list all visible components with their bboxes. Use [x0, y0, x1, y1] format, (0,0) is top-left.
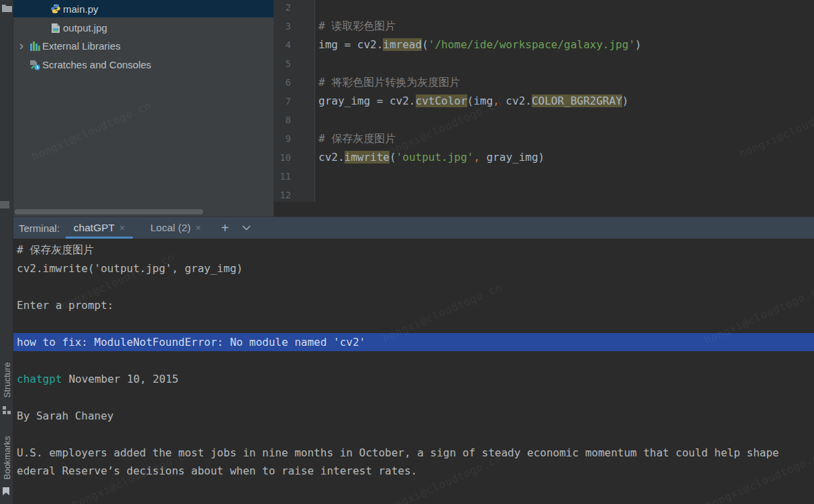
terminal-line	[13, 314, 814, 333]
line-number: 9	[274, 129, 291, 148]
tab-local-2[interactable]: Local (2) ×	[142, 217, 209, 239]
structure-icon[interactable]	[3, 405, 11, 417]
project-panel: main.py output.jpg ›	[13, 0, 274, 216]
left-tool-stripe: Structure Bookmarks	[0, 0, 13, 504]
code-line-6: # 将彩色图片转换为灰度图片	[318, 73, 460, 92]
tab-label: Local (2)	[150, 222, 190, 234]
project-hscrollbar-thumb[interactable]	[15, 209, 203, 214]
selected-prompt-line[interactable]: how to fix: ModuleNotFoundError: No modu…	[13, 333, 814, 352]
tree-item-label: Scratches and Consoles	[42, 59, 152, 70]
line-number: 2	[274, 0, 291, 17]
terminal-tab-bar: Terminal: chatGPT × Local (2) × +	[13, 216, 814, 239]
article-text-line: U.S. employers added the most jobs in ni…	[13, 444, 814, 462]
new-session-button[interactable]: +	[221, 221, 229, 235]
code-line-3: # 读取彩色图片	[318, 17, 396, 36]
code-line-10: cv2.imwrite('output.jpg', gray_img)	[318, 148, 544, 167]
terminal-panel[interactable]: # 保存灰度图片 cv2.imwrite('output.jpg', gray_…	[13, 239, 814, 504]
line-number: 5	[274, 54, 291, 73]
ide-window: Structure Bookmarks main.py	[0, 0, 814, 504]
project-folder-icon[interactable]	[2, 3, 12, 15]
tree-item-main-py[interactable]: main.py	[13, 0, 274, 17]
image-file-icon	[50, 23, 61, 34]
tool-button-bookmarks[interactable]: Bookmarks	[2, 436, 12, 479]
terminal-prompt-label: Enter a prompt:	[13, 296, 814, 315]
scratches-icon	[30, 60, 40, 70]
tool-button-structure[interactable]: Structure	[2, 363, 12, 398]
terminal-line	[13, 351, 814, 370]
libraries-icon	[30, 41, 40, 52]
line-number: 12	[274, 186, 291, 202]
chevron-down-icon[interactable]	[242, 225, 251, 231]
response-source: chatgpt	[17, 373, 62, 385]
close-icon[interactable]: ×	[119, 223, 125, 233]
tree-item-label: External Libraries	[42, 40, 121, 52]
tree-item-output-jpg[interactable]: output.jpg	[13, 19, 274, 37]
article-text-line: ederal Reserve’s decisions about when to…	[13, 462, 814, 481]
terminal-line	[13, 277, 814, 296]
line-number: 8	[274, 111, 291, 129]
line-number: 6	[274, 73, 291, 92]
tree-item-label: output.jpg	[63, 22, 107, 34]
article-byline: By Sarah Chaney	[13, 407, 814, 426]
tree-item-external-libraries[interactable]: External Libraries	[13, 37, 274, 55]
editor-content: 2 3 4 5 6 7 8 9 10 11 12 # 读取彩色图片 img = …	[274, 0, 814, 202]
search-highlight: imwrite	[345, 151, 390, 164]
active-tab-underline	[66, 237, 133, 239]
line-number: 4	[274, 36, 291, 54]
code-line-7: gray_img = cv2.cvtColor(img, cv2.COLOR_B…	[318, 92, 628, 111]
response-date: November 10, 2015	[68, 373, 178, 385]
terminal-line	[13, 388, 814, 407]
search-highlight: imread	[383, 38, 422, 51]
code-editor[interactable]: 2 3 4 5 6 7 8 9 10 11 12 # 读取彩色图片 img = …	[274, 0, 814, 216]
code-line-9: # 保存灰度图片	[318, 129, 396, 148]
search-highlight: cvtColor	[416, 94, 467, 107]
tree-item-label: main.py	[63, 3, 99, 15]
code-line-4: img = cv2.imread('/home/ide/workspace/ga…	[318, 36, 642, 54]
terminal-label: Terminal:	[19, 223, 60, 234]
terminal-line: # 保存灰度图片	[13, 241, 814, 259]
line-number: 3	[274, 17, 291, 36]
tab-chatgpt[interactable]: chatGPT ×	[66, 217, 133, 239]
terminal-line: cv2.imwrite('output.jpg', gray_img)	[13, 259, 814, 278]
stripe-scrollbar-thumb[interactable]	[0, 201, 9, 208]
chatgpt-response-header: chatgptNovember 10, 2015	[13, 370, 814, 389]
search-highlight: COLOR_BGR2GRAY	[532, 94, 622, 107]
tab-label: chatGPT	[74, 222, 115, 234]
bookmark-icon[interactable]	[3, 486, 9, 498]
python-file-icon	[50, 3, 61, 14]
line-number: 7	[274, 92, 291, 111]
editor-gutter: 2 3 4 5 6 7 8 9 10 11 12	[274, 0, 315, 202]
tree-item-scratches[interactable]: Scratches and Consoles	[13, 56, 274, 74]
terminal-line	[13, 425, 814, 444]
line-number: 11	[274, 167, 291, 186]
line-number: 10	[274, 148, 291, 167]
close-icon[interactable]: ×	[196, 223, 201, 233]
